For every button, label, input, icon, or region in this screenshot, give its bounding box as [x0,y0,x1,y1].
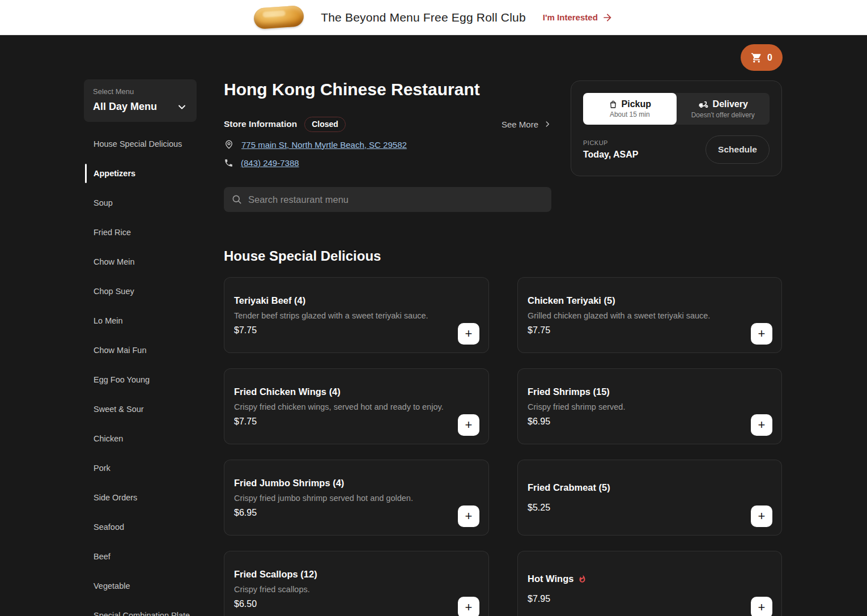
delivery-tab[interactable]: Delivery Doesn't offer delivery [677,93,770,125]
menu-item-price: $5.25 [528,503,742,513]
menu-item-price: $7.95 [528,594,742,604]
menu-item-card-teriyaki-beef[interactable]: Teriyaki Beef (4) Tender beef strips gla… [224,277,489,353]
sidebar-item-side-orders[interactable]: Side Orders [84,483,197,512]
menu-item-price: $7.75 [234,417,449,427]
menu-item-price: $7.75 [234,325,449,335]
address-link[interactable]: 775 main St, North Myrtle Beach, SC 2958… [241,140,407,150]
pickup-time: Today, ASAP [583,150,639,160]
search-icon [231,194,243,205]
menu-item-name: Hot Wings [528,573,573,584]
status-badge: Closed [304,117,346,132]
fulfillment-card: Pickup About 15 min Delivery Doesn't off… [571,80,782,176]
menu-item-price: $7.75 [528,325,742,335]
phone-icon [224,158,233,168]
menu-item-price: $6.50 [234,599,449,609]
pickup-eta: About 15 min [610,111,650,118]
plus-icon: + [465,328,473,340]
sidebar-item-soup[interactable]: Soup [84,188,197,218]
menu-item-card-hot-wings[interactable]: Hot Wings $7.95 + [517,551,782,616]
store-info-row: Store Information Closed See More [224,116,551,132]
sidebar-item-chicken[interactable]: Chicken [84,424,197,453]
plus-icon: + [758,510,766,522]
menu-item-card-fried-jumbo-shrimps[interactable]: Fried Jumbo Shrimps (4) Crispy fried jum… [224,460,489,536]
sidebar-item-chow-mein[interactable]: Chow Mein [84,247,197,277]
plus-icon: + [758,601,766,614]
menu-item-card-fried-shrimps[interactable]: Fried Shrimps (15) Crispy fried shrimp s… [517,368,782,444]
cart-button[interactable]: 0 [741,44,783,71]
sidebar-item-chow-mai-fun[interactable]: Chow Mai Fun [84,335,197,365]
chevron-right-icon [543,120,551,128]
pickup-tab[interactable]: Pickup About 15 min [583,93,677,125]
see-more-button[interactable]: See More [502,120,551,129]
menu-select-label: Select Menu [93,87,188,96]
pickup-label: Pickup [622,99,651,109]
plus-icon: + [465,419,473,431]
menu-item-card-chicken-teriyaki[interactable]: Chicken Teriyaki (5) Grilled chicken gla… [517,277,782,353]
delivery-availability: Doesn't offer delivery [691,111,755,119]
sidebar-item-sweet-and-sour[interactable]: Sweet & Sour [84,394,197,424]
menu-item-name: Fried Shrimps (15) [528,386,742,397]
add-to-cart-button[interactable]: + [458,505,479,527]
menu-item-name: Fried Jumbo Shrimps (4) [234,478,449,488]
add-to-cart-button[interactable]: + [458,414,479,436]
phone-link[interactable]: (843) 249-7388 [241,158,299,168]
menu-item-description: Crispy fried shrimp served. [528,402,742,412]
menu-item-card-fried-crabmeat[interactable]: Fried Crabmeat (5) $5.25 + [517,460,782,536]
search-input[interactable] [248,194,544,205]
chevron-down-icon [176,101,188,113]
add-to-cart-button[interactable]: + [458,323,479,345]
promo-banner: The Beyond Menu Free Egg Roll Club I'm I… [0,0,867,35]
sidebar-item-seafood[interactable]: Seafood [84,512,197,542]
menu-item-card-fried-chicken-wings[interactable]: Fried Chicken Wings (4) Crispy fried chi… [224,368,489,444]
sidebar-item-egg-foo-young[interactable]: Egg Foo Young [84,365,197,394]
menu-item-name: Fried Chicken Wings (4) [234,386,449,397]
moped-icon [698,99,709,110]
pickup-kicker: PICKUP [583,139,639,146]
menu-item-name: Fried Crabmeat (5) [528,482,742,493]
plus-icon: + [758,419,766,431]
sidebar-item-special-combination-plate[interactable]: Special Combination Plate [84,601,197,616]
sidebar-item-vegetable[interactable]: Vegetable [84,571,197,601]
sidebar-item-pork[interactable]: Pork [84,453,197,483]
plus-icon: + [465,601,473,614]
category-list: House Special Delicious Appetizers Soup … [84,129,197,616]
fire-icon [578,575,586,583]
menu-item-price: $6.95 [528,417,742,427]
selected-menu-value: All Day Menu [93,101,157,113]
delivery-label: Delivery [713,99,748,109]
main-content: Hong Kong Chinese Restaurant Store Infor… [224,79,782,616]
promo-interested-button[interactable]: I'm Interested [543,12,613,23]
egg-roll-image [253,5,304,29]
schedule-button[interactable]: Schedule [706,135,770,164]
sidebar-item-house-special-delicious[interactable]: House Special Delicious [84,129,197,159]
sidebar-item-beef[interactable]: Beef [84,542,197,571]
sidebar-item-lo-mein[interactable]: Lo Mein [84,306,197,335]
menu-item-description: Crispy fried jumbo shrimp served hot and… [234,494,449,503]
promo-title: The Beyond Menu Free Egg Roll Club [321,11,526,24]
section-title: House Special Delicious [224,248,782,264]
plus-icon: + [465,510,473,522]
see-more-label: See More [502,120,538,129]
add-to-cart-button[interactable]: + [458,597,479,616]
cart-icon [751,52,762,63]
add-to-cart-button[interactable]: + [751,597,772,616]
pickup-delivery-toggle: Pickup About 15 min Delivery Doesn't off… [583,93,770,125]
menu-item-description: Tender beef strips glazed with a sweet t… [234,311,449,321]
add-to-cart-button[interactable]: + [751,505,772,527]
menu-item-name: Chicken Teriyaki (5) [528,295,742,306]
shopping-bag-icon [609,100,618,109]
store-info-label: Store Information [224,119,297,129]
menu-item-price: $6.95 [234,508,449,518]
category-sidebar: Select Menu All Day Menu House Special D… [84,79,197,616]
menu-item-description: Grilled chicken glazed with a sweet teri… [528,311,742,321]
menu-grid: Teriyaki Beef (4) Tender beef strips gla… [224,277,782,616]
sidebar-item-fried-rice[interactable]: Fried Rice [84,218,197,247]
sidebar-item-appetizers[interactable]: Appetizers [84,159,197,188]
menu-select-dropdown[interactable]: Select Menu All Day Menu [84,79,197,122]
sidebar-item-chop-suey[interactable]: Chop Suey [84,277,197,306]
menu-item-description: Crispy fried scallops. [234,585,449,594]
add-to-cart-button[interactable]: + [751,414,772,436]
add-to-cart-button[interactable]: + [751,323,772,345]
menu-item-card-fried-scallops[interactable]: Fried Scallops (12) Crispy fried scallop… [224,551,489,616]
location-pin-icon [224,139,234,150]
